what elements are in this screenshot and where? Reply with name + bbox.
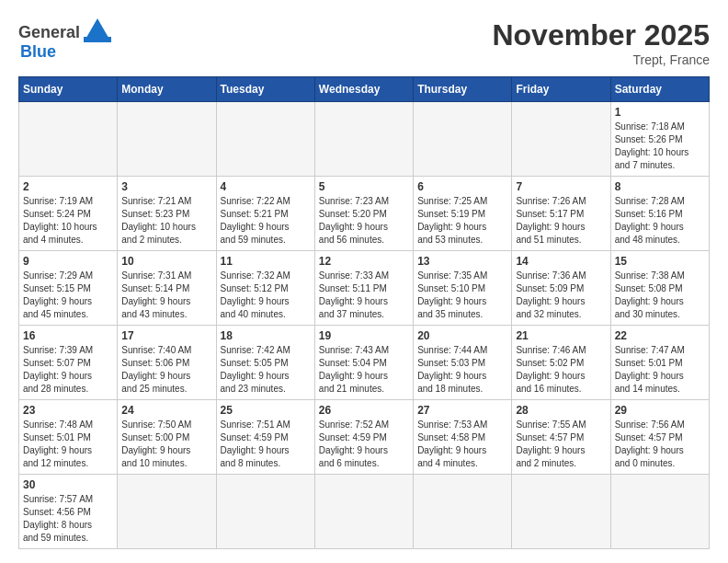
day-number: 22: [615, 329, 705, 342]
day-number: 26: [319, 404, 409, 417]
day-cell: 18Sunrise: 7:42 AM Sunset: 5:05 PM Dayli…: [216, 326, 314, 400]
day-info: Sunrise: 7:52 AM Sunset: 4:59 PM Dayligh…: [319, 419, 409, 470]
empty-cell: [314, 475, 413, 549]
logo: General Blue: [18, 18, 111, 62]
day-info: Sunrise: 7:38 AM Sunset: 5:08 PM Dayligh…: [615, 270, 705, 321]
header-saturday: Saturday: [610, 77, 709, 102]
header-thursday: Thursday: [414, 77, 512, 102]
day-cell: 20Sunrise: 7:44 AM Sunset: 5:03 PM Dayli…: [414, 326, 512, 400]
empty-cell: [512, 102, 610, 177]
day-cell: 2Sunrise: 7:19 AM Sunset: 5:24 PM Daylig…: [19, 177, 118, 251]
day-cell: 15Sunrise: 7:38 AM Sunset: 5:08 PM Dayli…: [610, 251, 709, 326]
day-number: 14: [516, 255, 606, 268]
day-number: 19: [319, 329, 409, 342]
day-cell: 16Sunrise: 7:39 AM Sunset: 5:07 PM Dayli…: [19, 326, 118, 400]
day-number: 23: [23, 404, 113, 417]
day-number: 21: [516, 329, 606, 342]
day-info: Sunrise: 7:23 AM Sunset: 5:20 PM Dayligh…: [319, 195, 409, 247]
calendar-row: 2Sunrise: 7:19 AM Sunset: 5:24 PM Daylig…: [19, 177, 710, 251]
day-number: 16: [23, 329, 113, 342]
day-info: Sunrise: 7:25 AM Sunset: 5:19 PM Dayligh…: [417, 195, 507, 247]
day-info: Sunrise: 7:55 AM Sunset: 4:57 PM Dayligh…: [516, 419, 606, 470]
day-info: Sunrise: 7:33 AM Sunset: 5:11 PM Dayligh…: [319, 270, 409, 321]
day-number: 30: [23, 478, 113, 491]
day-number: 11: [221, 255, 311, 268]
day-number: 24: [121, 404, 211, 417]
weekday-header-row: Sunday Monday Tuesday Wednesday Thursday…: [19, 77, 710, 102]
calendar-table: Sunday Monday Tuesday Wednesday Thursday…: [18, 76, 710, 549]
day-cell: 13Sunrise: 7:35 AM Sunset: 5:10 PM Dayli…: [414, 251, 512, 326]
header-friday: Friday: [512, 77, 610, 102]
day-info: Sunrise: 7:32 AM Sunset: 5:12 PM Dayligh…: [221, 270, 311, 321]
day-info: Sunrise: 7:40 AM Sunset: 5:06 PM Dayligh…: [121, 344, 211, 396]
logo-blue-text: Blue: [20, 42, 56, 62]
day-info: Sunrise: 7:53 AM Sunset: 4:58 PM Dayligh…: [417, 419, 507, 470]
day-number: 28: [516, 404, 606, 417]
day-number: 15: [615, 255, 705, 268]
day-cell: 17Sunrise: 7:40 AM Sunset: 5:06 PM Dayli…: [118, 326, 216, 400]
day-info: Sunrise: 7:26 AM Sunset: 5:17 PM Dayligh…: [516, 195, 606, 247]
day-number: 3: [121, 180, 211, 193]
day-cell: 12Sunrise: 7:33 AM Sunset: 5:11 PM Dayli…: [314, 251, 413, 326]
calendar-row: 1Sunrise: 7:18 AM Sunset: 5:26 PM Daylig…: [19, 102, 710, 177]
calendar-row: 30Sunrise: 7:57 AM Sunset: 4:56 PM Dayli…: [19, 475, 710, 549]
header-tuesday: Tuesday: [216, 77, 314, 102]
day-number: 29: [615, 404, 705, 417]
day-cell: 26Sunrise: 7:52 AM Sunset: 4:59 PM Dayli…: [314, 400, 413, 475]
day-info: Sunrise: 7:56 AM Sunset: 4:57 PM Dayligh…: [615, 419, 705, 470]
day-cell: 4Sunrise: 7:22 AM Sunset: 5:21 PM Daylig…: [216, 177, 314, 251]
empty-cell: [216, 102, 314, 177]
day-cell: 23Sunrise: 7:48 AM Sunset: 5:01 PM Dayli…: [19, 400, 118, 475]
day-cell: 30Sunrise: 7:57 AM Sunset: 4:56 PM Dayli…: [19, 475, 118, 549]
logo-icon: [84, 18, 111, 42]
empty-cell: [118, 102, 216, 177]
day-number: 12: [319, 255, 409, 268]
day-number: 6: [417, 180, 507, 193]
day-info: Sunrise: 7:29 AM Sunset: 5:15 PM Dayligh…: [23, 270, 113, 321]
day-info: Sunrise: 7:36 AM Sunset: 5:09 PM Dayligh…: [516, 270, 606, 321]
day-number: 9: [23, 255, 113, 268]
page-header: General Blue November 2025 Trept, France: [18, 18, 710, 67]
day-info: Sunrise: 7:57 AM Sunset: 4:56 PM Dayligh…: [23, 493, 113, 545]
empty-cell: [314, 102, 413, 177]
day-cell: 29Sunrise: 7:56 AM Sunset: 4:57 PM Dayli…: [610, 400, 709, 475]
day-number: 5: [319, 180, 409, 193]
day-info: Sunrise: 7:50 AM Sunset: 5:00 PM Dayligh…: [121, 419, 211, 470]
month-title: November 2025: [492, 18, 710, 52]
empty-cell: [512, 475, 610, 549]
day-number: 25: [221, 404, 311, 417]
day-cell: 1Sunrise: 7:18 AM Sunset: 5:26 PM Daylig…: [610, 102, 709, 177]
day-cell: 25Sunrise: 7:51 AM Sunset: 4:59 PM Dayli…: [216, 400, 314, 475]
day-cell: 14Sunrise: 7:36 AM Sunset: 5:09 PM Dayli…: [512, 251, 610, 326]
empty-cell: [610, 475, 709, 549]
day-cell: 22Sunrise: 7:47 AM Sunset: 5:01 PM Dayli…: [610, 326, 709, 400]
day-info: Sunrise: 7:44 AM Sunset: 5:03 PM Dayligh…: [417, 344, 507, 396]
day-info: Sunrise: 7:51 AM Sunset: 4:59 PM Dayligh…: [221, 419, 311, 470]
day-cell: 21Sunrise: 7:46 AM Sunset: 5:02 PM Dayli…: [512, 326, 610, 400]
day-cell: 24Sunrise: 7:50 AM Sunset: 5:00 PM Dayli…: [118, 400, 216, 475]
header-wednesday: Wednesday: [314, 77, 413, 102]
day-info: Sunrise: 7:39 AM Sunset: 5:07 PM Dayligh…: [23, 344, 113, 396]
day-info: Sunrise: 7:22 AM Sunset: 5:21 PM Dayligh…: [221, 195, 311, 247]
header-sunday: Sunday: [19, 77, 118, 102]
empty-cell: [118, 475, 216, 549]
day-number: 17: [121, 329, 211, 342]
empty-cell: [414, 475, 512, 549]
day-cell: 27Sunrise: 7:53 AM Sunset: 4:58 PM Dayli…: [414, 400, 512, 475]
day-number: 27: [417, 404, 507, 417]
day-cell: 11Sunrise: 7:32 AM Sunset: 5:12 PM Dayli…: [216, 251, 314, 326]
day-info: Sunrise: 7:42 AM Sunset: 5:05 PM Dayligh…: [221, 344, 311, 396]
day-cell: 9Sunrise: 7:29 AM Sunset: 5:15 PM Daylig…: [19, 251, 118, 326]
location: Trept, France: [492, 52, 710, 67]
day-info: Sunrise: 7:19 AM Sunset: 5:24 PM Dayligh…: [23, 195, 113, 247]
title-area: November 2025 Trept, France: [492, 18, 710, 67]
day-number: 10: [121, 255, 211, 268]
empty-cell: [19, 102, 118, 177]
day-cell: 28Sunrise: 7:55 AM Sunset: 4:57 PM Dayli…: [512, 400, 610, 475]
day-cell: 7Sunrise: 7:26 AM Sunset: 5:17 PM Daylig…: [512, 177, 610, 251]
calendar-row: 16Sunrise: 7:39 AM Sunset: 5:07 PM Dayli…: [19, 326, 710, 400]
day-info: Sunrise: 7:48 AM Sunset: 5:01 PM Dayligh…: [23, 419, 113, 470]
day-info: Sunrise: 7:28 AM Sunset: 5:16 PM Dayligh…: [615, 195, 705, 247]
calendar-row: 23Sunrise: 7:48 AM Sunset: 5:01 PM Dayli…: [19, 400, 710, 475]
svg-rect-1: [84, 37, 111, 42]
